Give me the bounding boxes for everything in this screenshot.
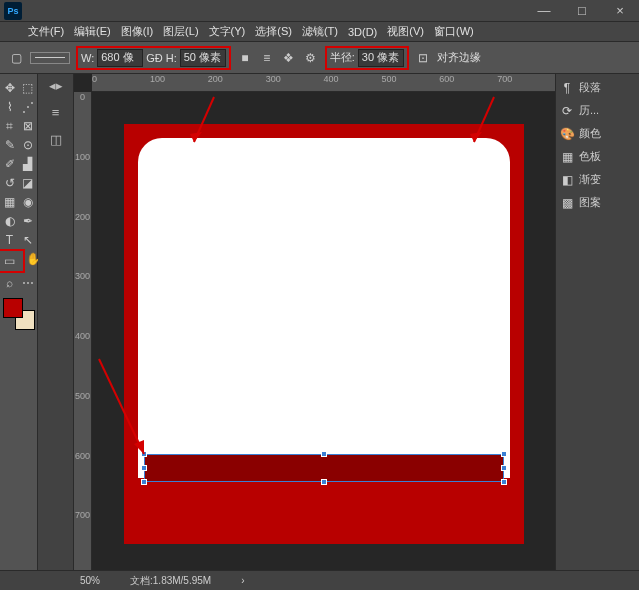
transform-handle[interactable] <box>321 451 327 457</box>
radius-field[interactable]: 30 像素 <box>358 49 404 67</box>
document[interactable] <box>124 124 524 544</box>
menu-file[interactable]: 文件(F) <box>28 24 64 39</box>
menu-type[interactable]: 文字(Y) <box>209 24 246 39</box>
lasso-tool[interactable]: ⌇ <box>1 97 19 116</box>
ps-logo: Ps <box>4 2 22 20</box>
align-icon[interactable]: ≡ <box>259 50 275 66</box>
gradient-tool[interactable]: ▦ <box>1 192 19 211</box>
panel-label: 图案 <box>579 195 601 210</box>
frame-tool[interactable]: ⊠ <box>19 116 37 135</box>
rounded-rect-shape[interactable] <box>144 454 504 482</box>
transform-handle[interactable] <box>321 479 327 485</box>
zoom-tool[interactable]: ⌕ <box>1 273 19 292</box>
eraser-tool[interactable]: ◪ <box>19 173 37 192</box>
gear-icon[interactable]: ⚙ <box>303 50 319 66</box>
canvas-area[interactable]: 0 100 200 300 400 500 600 700 0 100 200 … <box>74 74 555 570</box>
minimize-button[interactable]: — <box>525 0 563 22</box>
close-button[interactable]: × <box>601 0 639 22</box>
ruler-horizontal: 0 100 200 300 400 500 600 700 <box>92 74 555 92</box>
right-panel-dock: ¶段落 ⟳历... 🎨颜色 ▦色板 ◧渐变 ▩图案 <box>555 74 639 570</box>
menu-bar: 文件(F) 编辑(E) 图像(I) 图层(L) 文字(Y) 选择(S) 滤镜(T… <box>0 22 639 42</box>
document-inner <box>138 138 510 478</box>
panel-icon-2[interactable]: ◫ <box>50 132 62 147</box>
type-tool[interactable]: T <box>1 230 19 249</box>
ruler-h-tick: 0 <box>92 74 150 91</box>
dodge-tool[interactable]: ◐ <box>1 211 19 230</box>
ruler-h-tick: 700 <box>497 74 555 91</box>
menu-select[interactable]: 选择(S) <box>255 24 292 39</box>
zoom-level[interactable]: 50% <box>80 575 100 586</box>
transform-handle[interactable] <box>141 465 147 471</box>
quick-select-tool[interactable]: ⋰ <box>19 97 37 116</box>
ruler-h-tick: 300 <box>266 74 324 91</box>
panel-gradient[interactable]: ◧渐变 <box>560 172 635 187</box>
ruler-h-tick: 400 <box>324 74 382 91</box>
menu-3d[interactable]: 3D(D) <box>348 26 377 38</box>
foreground-swatch[interactable] <box>3 298 23 318</box>
panel-color[interactable]: 🎨颜色 <box>560 126 635 141</box>
arrange-icon[interactable]: ❖ <box>281 50 297 66</box>
ruler-h-tick: 600 <box>439 74 497 91</box>
panel-label: 颜色 <box>579 126 601 141</box>
ruler-h-tick: 100 <box>150 74 208 91</box>
maximize-button[interactable]: □ <box>563 0 601 22</box>
menu-image[interactable]: 图像(I) <box>121 24 153 39</box>
swatches-icon: ▦ <box>560 150 574 164</box>
height-label: H: <box>166 52 177 64</box>
menu-edit[interactable]: 编辑(E) <box>74 24 111 39</box>
status-bar: 50% 文档:1.83M/5.95M › <box>0 570 639 590</box>
history-brush-tool[interactable]: ↺ <box>1 173 19 192</box>
panel-label: 段落 <box>579 80 601 95</box>
constrain-icon[interactable]: ⊡ <box>415 50 431 66</box>
panel-paragraph[interactable]: ¶段落 <box>560 80 635 95</box>
ruler-v-tick: 100 <box>74 152 91 212</box>
path-select-tool[interactable]: ↖ <box>19 230 37 249</box>
transform-handle[interactable] <box>501 451 507 457</box>
blur-tool[interactable]: ◉ <box>19 192 37 211</box>
history-icon: ⟳ <box>560 104 574 118</box>
menu-view[interactable]: 视图(V) <box>387 24 424 39</box>
stroke-preview[interactable] <box>30 52 70 64</box>
heal-tool[interactable]: ⊙ <box>19 135 37 154</box>
shape-tool[interactable]: ▭ <box>0 249 25 273</box>
options-bar: ▢ W: 680 像 GĐ H: 50 像素 ■ ≡ ❖ ⚙ 半径: 30 像素… <box>0 42 639 74</box>
crop-tool[interactable]: ⌗ <box>1 116 19 135</box>
collapse-handle-icon[interactable]: ◂▸ <box>49 78 63 93</box>
menu-filter[interactable]: 滤镜(T) <box>302 24 338 39</box>
pattern-icon: ▩ <box>560 196 574 210</box>
panel-swatches[interactable]: ▦色板 <box>560 149 635 164</box>
panel-icon-1[interactable]: ≡ <box>52 105 60 120</box>
status-arrow-icon[interactable]: › <box>241 575 244 586</box>
more-tools[interactable]: ⋯ <box>19 273 37 292</box>
marquee-tool[interactable]: ⬚ <box>19 78 37 97</box>
brush-tool[interactable]: ✐ <box>1 154 19 173</box>
shape-preset-icon[interactable]: ▢ <box>8 50 24 66</box>
ruler-v-tick: 600 <box>74 451 91 511</box>
transform-handle[interactable] <box>141 451 147 457</box>
menu-layer[interactable]: 图层(L) <box>163 24 198 39</box>
stamp-tool[interactable]: ▟ <box>19 154 37 173</box>
ruler-vertical: 0 100 200 300 400 500 600 700 <box>74 92 92 570</box>
link-wh-icon[interactable]: GĐ <box>146 52 163 64</box>
align-edges-label[interactable]: 对齐边缘 <box>437 50 481 65</box>
panel-pattern[interactable]: ▩图案 <box>560 195 635 210</box>
transform-handle[interactable] <box>501 479 507 485</box>
pen-tool[interactable]: ✒ <box>19 211 37 230</box>
width-field[interactable]: 680 像 <box>97 49 143 67</box>
ruler-v-tick: 400 <box>74 331 91 391</box>
transform-handle[interactable] <box>501 465 507 471</box>
panel-label: 色板 <box>579 149 601 164</box>
doc-size[interactable]: 文档:1.83M/5.95M <box>130 574 211 588</box>
ruler-v-tick: 700 <box>74 510 91 570</box>
radius-label: 半径: <box>330 50 355 65</box>
collapsed-panel-dock: ◂▸ ≡ ◫ <box>38 74 74 570</box>
height-field[interactable]: 50 像素 <box>180 49 226 67</box>
transform-handle[interactable] <box>141 479 147 485</box>
panel-history[interactable]: ⟳历... <box>560 103 635 118</box>
fill-icon[interactable]: ■ <box>237 50 253 66</box>
ruler-h-tick: 500 <box>381 74 439 91</box>
color-swatches[interactable] <box>3 298 35 330</box>
menu-window[interactable]: 窗口(W) <box>434 24 474 39</box>
move-tool[interactable]: ✥ <box>1 78 19 97</box>
eyedropper-tool[interactable]: ✎ <box>1 135 19 154</box>
